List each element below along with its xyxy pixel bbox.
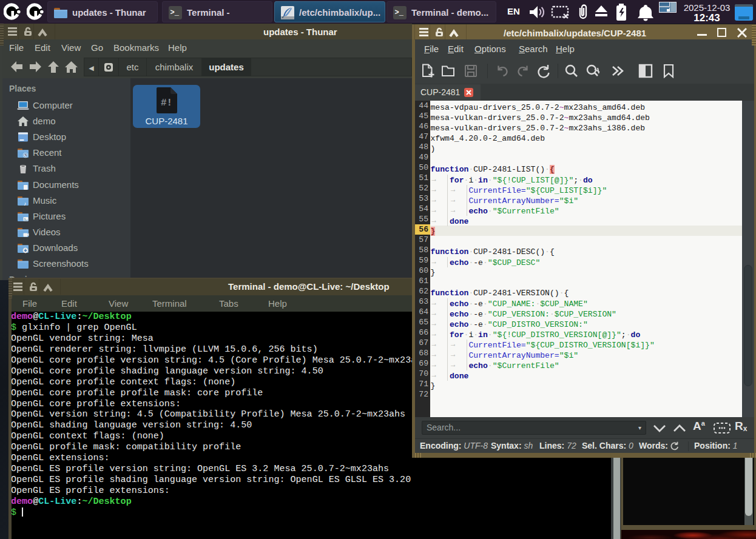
svg-text:>_: >_ bbox=[395, 8, 404, 17]
svg-text:#!: #! bbox=[161, 98, 172, 109]
svg-text:♪: ♪ bbox=[24, 201, 27, 207]
svg-text:>_: >_ bbox=[170, 8, 180, 17]
